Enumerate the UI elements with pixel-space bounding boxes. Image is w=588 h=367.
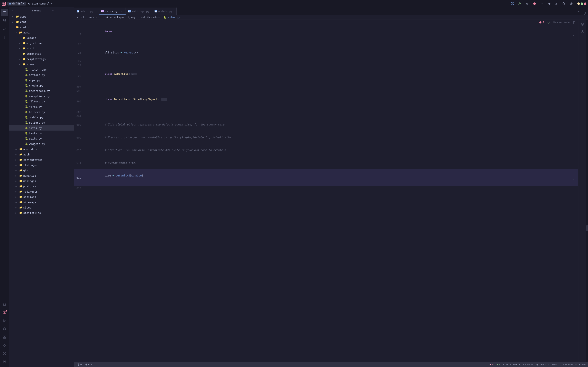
sidebar-collapse-icon[interactable]: ▾ [11, 10, 31, 12]
activity-history[interactable] [1, 350, 8, 357]
breadcrumb-django[interactable]: django [128, 16, 136, 19]
sidebar-item-forms-py[interactable]: 🐍 forms.py [9, 104, 74, 109]
sidebar-item-gis[interactable]: ▶ 📁 gis [9, 168, 74, 173]
breadcrumb-lib[interactable]: Lib [98, 16, 102, 19]
breadcrumb-drf[interactable]: ⊙ drf [77, 16, 84, 19]
tab-settings-py[interactable]: py settings.py [126, 8, 152, 15]
sidebar-item-contrib[interactable]: ▾ 📂 contrib [9, 25, 74, 30]
line-content[interactable] [85, 110, 578, 114]
bookmark-icon[interactable] [573, 21, 576, 24]
line-content[interactable] [85, 186, 578, 191]
line-content[interactable] [85, 42, 578, 46]
status-language[interactable]: Python 3.11 (drf) [536, 363, 559, 366]
line-content[interactable] [85, 89, 578, 93]
sidebar-item-humanize[interactable]: ▶ 📁 humanize [9, 173, 74, 178]
sidebar-item-sites-py[interactable]: 🐍 sites.py [9, 125, 74, 131]
ai-assistant-icon[interactable] [580, 21, 585, 27]
sidebar-item-conf[interactable]: ▶ 📁 conf [9, 19, 74, 25]
maximize-button[interactable] [581, 2, 583, 5]
more-options-icon[interactable]: ⋯ [539, 1, 545, 7]
line-content[interactable] [85, 84, 578, 89]
line-content[interactable]: site = DefaultAdminSite() — [85, 169, 578, 186]
tab-models-py[interactable]: py models.py [152, 8, 177, 15]
status-indent[interactable]: 4 spaces [522, 363, 533, 366]
line-content[interactable]: # You can provide your own AdminSite usi… [85, 131, 578, 144]
breadcrumb-site-packages[interactable]: site-packages [105, 16, 125, 19]
line-content[interactable]: class AdminSite:... — [85, 67, 578, 84]
sidebar-item-options-py[interactable]: 🐍 options.py [9, 120, 74, 125]
tab-sites-py[interactable]: py sites.py ✕ [99, 8, 126, 15]
line-content[interactable] [85, 114, 578, 118]
activity-explorer[interactable] [1, 9, 8, 16]
sidebar-item-static[interactable]: ▶ 📁 static [9, 46, 74, 51]
user-management-icon[interactable] [546, 1, 552, 7]
sidebar-item-locale[interactable]: ▶ 📁 locale [9, 35, 74, 40]
activity-debug[interactable] [1, 342, 8, 349]
activity-notifications[interactable] [1, 301, 8, 308]
sidebar-item-admindocs[interactable]: ▶ 📁 admindocs [9, 146, 74, 152]
sidebar-item-postgres[interactable]: ▶ 📁 postgres [9, 184, 74, 189]
sidebar-item-staticfiles[interactable]: ▶ 📁 staticfiles [9, 210, 74, 216]
sidebar-item-sites[interactable]: ▶ 📁 sites [9, 205, 74, 210]
status-warnings[interactable]: 0 0 [496, 363, 500, 366]
sidebar-item-migrations[interactable]: ▶ 📁 migrations [9, 40, 74, 46]
close-button[interactable] [584, 2, 586, 5]
activity-run[interactable] [1, 317, 8, 325]
sidebar-item-helpers-py[interactable]: 🐍 helpers.py [9, 109, 74, 115]
activity-analytics[interactable] [1, 25, 8, 33]
activity-layers[interactable] [1, 325, 8, 333]
sidebar-item-templates[interactable]: ▶ 📁 templates [9, 51, 74, 56]
line-content[interactable]: import ... ▶ [85, 25, 578, 42]
record-icon[interactable] [532, 1, 537, 7]
minimap-scrollbar[interactable] [586, 20, 588, 362]
status-errors[interactable]: 5 5 [489, 363, 494, 366]
line-content[interactable]: # This global object represents the defa… [85, 118, 578, 131]
line-content[interactable]: # attribute. You can also instantiate Ad… [85, 144, 578, 157]
line-content[interactable] [85, 59, 578, 63]
sidebar-item-admin[interactable]: ▾ 📂 admin [9, 30, 74, 35]
breadcrumb-contrib[interactable]: contrib [139, 16, 150, 19]
sidebar-item-messages[interactable]: ▶ 📁 messages [9, 178, 74, 184]
sidebar-item-checks-py[interactable]: 🐍 checks.py [9, 83, 74, 88]
sidebar-item-apps-py[interactable]: 🐍 apps.py [9, 77, 74, 83]
sidebar-item-exceptions-py[interactable]: 🐍 exceptions.py [9, 93, 74, 99]
sidebar-item-decorators-py[interactable]: 🐍 decorators.py [9, 88, 74, 93]
preferences-icon[interactable] [568, 1, 574, 7]
avatar-icon[interactable]: dj [510, 1, 515, 7]
sidebar-item-init-py[interactable]: 🐍 __init__.py [9, 67, 74, 72]
line-content[interactable]: all_sites = WeakSet() [85, 46, 578, 59]
activity-extensions[interactable] [1, 334, 8, 341]
sidebar-item-flatpages[interactable]: ▶ 📁 flatpages [9, 162, 74, 168]
sidebar-item-actions-py[interactable]: 🐍 actions.py [9, 72, 74, 77]
sidebar-menu-icon[interactable]: ⋯ [52, 9, 72, 12]
status-drf-link[interactable]: drf [85, 363, 92, 366]
sidebar-item-templatetags[interactable]: ▶ 📁 templatetags [9, 56, 74, 62]
activity-community[interactable] [1, 358, 8, 365]
notifications-icon[interactable] [581, 12, 588, 15]
minimize-button[interactable] [577, 2, 580, 5]
breadcrumb-venv[interactable]: .venv [87, 16, 94, 19]
line-content[interactable]: class DefaultAdminSite(LazyObject):... — [85, 93, 578, 110]
sidebar-item-auth[interactable]: ▶ 📁 auth [9, 152, 74, 157]
status-branch[interactable]: drf [77, 363, 84, 366]
breadcrumb-admin[interactable]: admin [153, 16, 160, 19]
sidebar-item-sitemaps[interactable]: ▶ 📁 sitemaps [9, 200, 74, 205]
activity-more[interactable] [1, 33, 8, 41]
sidebar-item-filters-py[interactable]: 🐍 filters.py [9, 99, 74, 104]
version-control-selector[interactable]: Version control ▾ [27, 2, 52, 5]
tab-admin-py[interactable]: py admin.py [74, 8, 99, 15]
sidebar-item-sessions[interactable]: ▶ 📁 sessions [9, 194, 74, 200]
reader-mode-button[interactable]: Reader Mode [554, 21, 570, 24]
sidebar-item-contenttypes[interactable]: ▶ 📁 contenttypes [9, 157, 74, 162]
sidebar-item-utils-py[interactable]: 🐍 utils.py [9, 136, 74, 141]
status-position[interactable]: 612:16 [503, 363, 511, 366]
tabs-more-button[interactable]: ⋯ [576, 8, 581, 15]
translate-icon[interactable]: 文 A [554, 1, 559, 7]
sidebar-item-views[interactable]: ▶ 📁 views [9, 62, 74, 67]
sidebar-item-redirects[interactable]: ▶ 📁 redirects [9, 189, 74, 194]
sidebar-item-apps[interactable]: ▶ 📁 apps [9, 14, 74, 19]
status-encoding[interactable]: UTF-8 [513, 363, 520, 366]
project-selector[interactable]: drf drf ▾ [7, 2, 26, 6]
sidebar-item-widgets-py[interactable]: 🐍 widgets.py [9, 141, 74, 146]
user-profile-icon[interactable] [580, 29, 585, 34]
